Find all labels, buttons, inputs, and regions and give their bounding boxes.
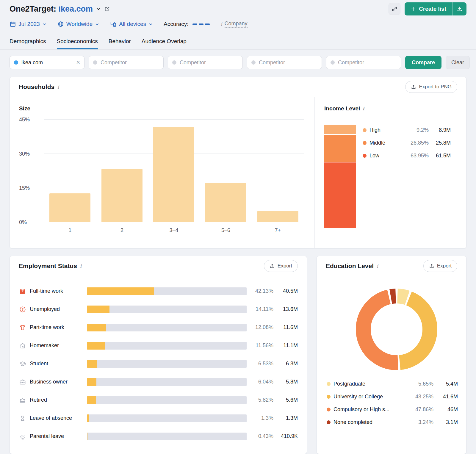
employment-status-title: Employment Status — [19, 262, 77, 270]
employment-row: Business owner6.04%5.8M — [19, 373, 298, 391]
company-link[interactable]: Company — [225, 21, 248, 28]
employment-value: 6.3M — [273, 361, 298, 367]
employment-percent: 11.56% — [247, 342, 273, 349]
page-header: One2Target: ikea.com — [10, 2, 110, 15]
company-info: i Company — [220, 21, 247, 28]
legend-label: None completed — [333, 419, 372, 425]
employment-value: 40.5M — [273, 288, 298, 294]
size-bar — [153, 127, 194, 222]
employment-value: 11.6M — [273, 324, 298, 331]
employment-percent: 1.3% — [247, 415, 273, 421]
income-level-section: Income Level i High9.2%8.9MMiddle26.85%2… — [314, 97, 466, 248]
employment-bar-track — [87, 287, 247, 295]
info-icon[interactable]: i — [377, 263, 378, 269]
employment-rows: Full-time work42.13%40.5M?Unemployed14.1… — [10, 276, 307, 445]
legend-percent: 47.86% — [408, 406, 433, 413]
region-filter[interactable]: Worldwide — [57, 21, 99, 27]
legend-label: Postgraduate — [333, 381, 365, 387]
legend-percent: 26.85% — [411, 140, 429, 146]
competitor-input-4[interactable]: Competitor — [326, 56, 401, 69]
size-bar — [101, 169, 143, 222]
employment-percent: 0.43% — [247, 433, 273, 439]
business-owner-icon — [19, 378, 26, 386]
export-icon — [429, 263, 434, 269]
size-bar — [257, 211, 298, 222]
competitor-color-dot — [331, 60, 335, 65]
export-icon — [411, 84, 416, 90]
legend-item: Postgraduate5.65%5.4M — [327, 378, 458, 390]
education-donut-chart — [355, 288, 438, 371]
competitor-color-dot — [172, 60, 176, 65]
selected-domain-chip[interactable]: ikea.com × — [10, 56, 84, 69]
legend-value: 5.4M — [436, 381, 458, 387]
plus-icon — [411, 6, 416, 12]
create-list-split-button: Create list — [405, 2, 466, 15]
households-card-header: Households i Export to PNG — [10, 77, 466, 97]
size-bars-group — [44, 120, 304, 222]
competitor-input-2[interactable]: Competitor — [168, 56, 243, 69]
clear-button[interactable]: Clear — [446, 56, 470, 69]
parental-leave-icon — [19, 433, 26, 440]
info-icon[interactable]: i — [57, 84, 59, 90]
education-level-card: Education Level i Export Postgraduate5.6… — [317, 256, 466, 454]
tab-audience-overlap[interactable]: Audience Overlap — [142, 38, 187, 49]
employment-bar-fill — [87, 396, 96, 404]
employment-label: Homemaker — [30, 342, 87, 349]
tab-behavior[interactable]: Behavior — [109, 38, 131, 49]
legend-item: Low63.95%61.5M — [363, 149, 451, 162]
size-bar-slot — [252, 120, 304, 222]
x-axis-category-label: 7+ — [252, 227, 304, 234]
expand-button[interactable] — [389, 3, 400, 15]
y-axis-tick-label: 15% — [19, 185, 40, 191]
competitor-color-dot — [251, 60, 256, 65]
size-bar-slot — [148, 120, 200, 222]
employment-value: 5.8M — [273, 379, 298, 385]
size-bar-slot — [96, 120, 148, 222]
remove-domain-icon[interactable]: × — [76, 59, 80, 66]
competitor-color-dot — [93, 60, 97, 65]
tab-demographics[interactable]: Demographics — [10, 38, 46, 49]
employment-row: Part-time work12.08%11.6M — [19, 318, 298, 336]
employment-label: Retired — [30, 397, 87, 403]
employment-percent: 6.04% — [247, 379, 273, 385]
devices-filter[interactable]: All devices — [110, 21, 153, 27]
legend-value: 41.6M — [436, 394, 458, 400]
competitor-input-3[interactable]: Competitor — [247, 56, 322, 69]
create-list-button[interactable]: Create list — [405, 2, 452, 15]
employment-row: Homemaker11.56%11.1M — [19, 336, 298, 355]
employment-bar-track — [87, 414, 247, 422]
income-segment-low — [324, 162, 356, 228]
legend-value: 3.1M — [436, 419, 458, 425]
education-export-button[interactable]: Export — [423, 260, 457, 272]
legend-value: 46M — [436, 406, 458, 413]
export-to-png-button[interactable]: Export to PNG — [405, 81, 457, 93]
employment-label: Part-time work — [30, 324, 87, 331]
target-domain-link[interactable]: ikea.com — [59, 4, 93, 13]
employment-label: Leave of absence — [30, 415, 87, 421]
employment-label: Full-time work — [30, 288, 87, 294]
fulltime-work-icon — [19, 288, 26, 295]
info-icon[interactable]: i — [220, 21, 222, 27]
chevron-down-icon — [42, 22, 47, 26]
competitor-input-1[interactable]: Competitor — [89, 56, 164, 69]
info-icon[interactable]: i — [80, 263, 82, 269]
employment-row: Retired5.82%5.6M — [19, 391, 298, 409]
tab-socioeconomics[interactable]: Socioeconomics — [57, 38, 98, 49]
chevron-down-icon[interactable] — [96, 6, 101, 12]
employment-export-button[interactable]: Export — [264, 260, 298, 272]
employment-value: 11.1M — [273, 342, 298, 349]
x-axis-category-label: 2 — [96, 227, 148, 234]
employment-percent: 6.53% — [247, 361, 273, 367]
size-bar-slot — [200, 120, 252, 222]
chevron-down-icon — [95, 22, 99, 26]
compare-button[interactable]: Compare — [405, 56, 441, 69]
date-filter[interactable]: Jul 2023 — [10, 21, 47, 27]
info-icon[interactable]: i — [362, 106, 364, 112]
employment-bar-track — [87, 360, 247, 368]
legend-item: High9.2%8.9M — [363, 124, 451, 137]
download-button[interactable] — [452, 2, 466, 15]
employment-label: Student — [30, 361, 87, 367]
external-link-icon[interactable] — [104, 6, 110, 12]
households-card-body: Size 0%15%30%45% 123–45–67+ Income Level… — [10, 97, 466, 248]
employment-value: 13.6M — [273, 306, 298, 312]
